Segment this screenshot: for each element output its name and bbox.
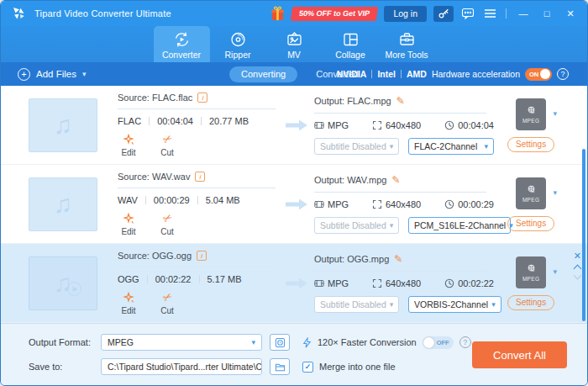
- edit-button[interactable]: Edit: [118, 291, 139, 315]
- divider: [314, 271, 486, 272]
- cut-button[interactable]: ✂ Cut: [156, 133, 178, 157]
- fast-conversion-toggle[interactable]: OFF: [423, 336, 454, 349]
- remove-file-icon[interactable]: ✕: [574, 251, 581, 261]
- output-duration: 00:04:04: [458, 120, 494, 130]
- tab-converting[interactable]: Converting: [229, 66, 297, 82]
- subtitle-select[interactable]: Subtitle Disabled ▾: [314, 296, 399, 313]
- output-format: MPG: [328, 199, 349, 209]
- chevron-down-icon: ▾: [484, 142, 488, 151]
- source-format: FLAC: [118, 116, 141, 126]
- edit-button[interactable]: Edit: [118, 133, 139, 157]
- output-resolution: 640x480: [386, 120, 421, 130]
- settings-button[interactable]: Settings: [507, 137, 554, 152]
- gift-icon[interactable]: [270, 6, 285, 21]
- tab-label: Ripper: [225, 50, 251, 60]
- file-thumbnail: ♫ ▶: [29, 98, 97, 152]
- close-button[interactable]: ✕: [562, 8, 579, 19]
- source-duration: 00:04:04: [157, 116, 193, 126]
- subtitle-select[interactable]: Subtitle Disabled ▾: [314, 217, 399, 234]
- fast-help-icon[interactable]: ?: [459, 336, 471, 348]
- maximize-button[interactable]: □: [538, 8, 555, 19]
- tab-ripper[interactable]: Ripper: [210, 26, 266, 62]
- clock-icon: [444, 120, 454, 130]
- output-format-select[interactable]: MPEG ▾: [101, 334, 262, 351]
- file-row[interactable]: ♫ ▶ Source: OGG.ogg i OGG 00:02:22 5.17 …: [1, 244, 587, 323]
- scrollbar[interactable]: [582, 149, 585, 321]
- arrow-right-icon: [284, 118, 309, 133]
- profile-gear-icon: [275, 337, 286, 348]
- output-resolution: 640x480: [386, 199, 421, 209]
- rename-icon[interactable]: ✎: [394, 253, 402, 265]
- profile-caret-icon[interactable]: ▾: [554, 267, 558, 276]
- tab-mv[interactable]: MV: [266, 26, 323, 62]
- subtitle-select[interactable]: Subtitle Disabled ▾: [314, 138, 399, 155]
- register-key-button[interactable]: [433, 6, 454, 22]
- converter-icon: [173, 31, 191, 48]
- scissors-icon: ✂: [160, 131, 175, 146]
- chevron-down-icon: ▾: [251, 338, 255, 346]
- output-name: Output: FLAC.mpg: [314, 96, 391, 106]
- output-name: Output: WAV.mpg: [314, 175, 386, 185]
- feedback-icon[interactable]: [460, 6, 475, 21]
- merge-checkbox-row[interactable]: ✓ Merge into one file: [302, 362, 396, 373]
- minimize-button[interactable]: —: [515, 8, 532, 19]
- hw-help-icon[interactable]: ?: [557, 68, 569, 80]
- film-icon: [314, 278, 324, 288]
- audio-track-select[interactable]: FLAC-2Channel ▾: [408, 138, 494, 155]
- hw-accel-toggle[interactable]: ON: [525, 68, 552, 81]
- tab-converted[interactable]: Converted: [316, 69, 359, 79]
- info-icon[interactable]: i: [195, 172, 205, 182]
- source-name: Source: WAV.wav: [118, 172, 190, 182]
- film-icon: [314, 199, 324, 209]
- profile-caret-icon[interactable]: ▾: [554, 188, 558, 197]
- rename-icon[interactable]: ✎: [396, 95, 405, 107]
- tab-more-tools[interactable]: More Tools: [379, 26, 435, 62]
- cut-button[interactable]: ✂ Cut: [156, 212, 178, 236]
- file-row[interactable]: ♫ ▶ Source: FLAC.flac i FLAC 00:04:04 20…: [1, 86, 587, 165]
- open-folder-button[interactable]: [270, 358, 290, 375]
- rename-icon[interactable]: ✎: [391, 174, 400, 186]
- film-reel-icon: [526, 105, 537, 116]
- convert-all-button[interactable]: Convert All: [472, 341, 567, 368]
- play-icon[interactable]: ▶: [67, 282, 81, 296]
- key-icon: [438, 8, 449, 19]
- source-size: 5.17 MB: [207, 274, 242, 284]
- move-down-icon[interactable]: [573, 272, 581, 280]
- edit-wand-icon: [123, 133, 134, 145]
- arrow-right-icon: [284, 276, 309, 291]
- add-files-button[interactable]: + Add Files ▾: [18, 68, 86, 81]
- tab-label: More Tools: [385, 50, 428, 60]
- audio-track-select[interactable]: PCM_S16LE-2Channel ▾: [408, 217, 511, 234]
- audio-track-select[interactable]: VORBIS-2Channel ▾: [408, 296, 501, 313]
- source-size: 20.77 MB: [209, 116, 249, 126]
- info-icon[interactable]: i: [197, 251, 207, 261]
- info-icon[interactable]: i: [197, 93, 207, 103]
- merge-checkbox[interactable]: ✓: [302, 362, 313, 373]
- login-button[interactable]: Log in: [384, 6, 427, 22]
- settings-button[interactable]: Settings: [507, 216, 554, 231]
- tab-collage[interactable]: Collage: [323, 26, 379, 62]
- divider: [314, 113, 486, 114]
- profile-button[interactable]: MPEG: [516, 98, 546, 130]
- edit-wand-icon: [123, 212, 134, 225]
- film-icon: [314, 120, 324, 130]
- app-window: Tipard Video Converter Ultimate 50% OFF …: [0, 0, 588, 386]
- profile-button[interactable]: MPEG: [516, 256, 546, 288]
- titlebar-separator: [506, 8, 507, 19]
- file-row[interactable]: ♫ ▶ Source: WAV.wav i WAV 00:00:29 5.04 …: [1, 165, 587, 244]
- profile-caret-icon[interactable]: ▾: [554, 109, 558, 118]
- settings-button[interactable]: Settings: [507, 295, 554, 310]
- menu-icon[interactable]: [482, 6, 497, 21]
- promo-badge[interactable]: 50% OFF to Get VIP: [291, 7, 378, 21]
- format-profile-button[interactable]: [270, 334, 290, 351]
- save-to-select[interactable]: C:\Tipard Studio\Tipard...rter Ultimate\…: [101, 358, 262, 375]
- tab-label: MV: [287, 50, 301, 60]
- profile-button[interactable]: MPEG: [516, 177, 546, 209]
- output-resolution: 640x480: [386, 278, 421, 288]
- output-format: MPG: [328, 120, 349, 130]
- edit-wand-icon: [123, 291, 134, 304]
- tab-converter[interactable]: Converter: [154, 26, 210, 62]
- edit-button[interactable]: Edit: [118, 212, 139, 236]
- cut-button[interactable]: ✂ Cut: [156, 291, 178, 315]
- source-format: OGG: [118, 274, 139, 284]
